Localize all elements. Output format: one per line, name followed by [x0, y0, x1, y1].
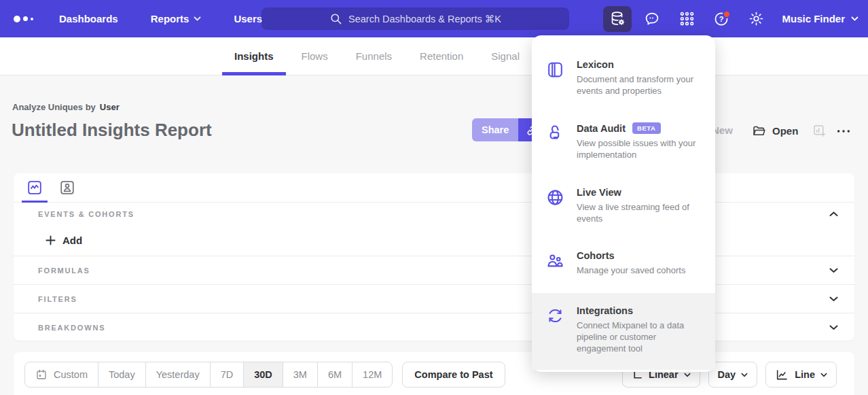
settings-button[interactable]: [742, 6, 770, 32]
nav-dashboards[interactable]: Dashboards: [59, 13, 118, 24]
project-switcher[interactable]: Music Finder: [782, 13, 858, 24]
sync-icon: [545, 305, 566, 354]
range-label: Today: [109, 369, 135, 380]
help-button[interactable]: ?: [707, 6, 736, 32]
menu-item-description: Manage your saved cohorts: [577, 264, 685, 276]
chart-type-value: Line: [795, 369, 815, 380]
top-navigation: Dashboards Reports Users Search Dashboar…: [0, 0, 868, 37]
compare-label: Compare to Past: [414, 369, 492, 380]
section-label: BREAKDOWNS: [38, 324, 105, 332]
menu-item-cohorts[interactable]: Cohorts Manage your saved cohorts: [532, 241, 715, 285]
more-options-button[interactable]: [836, 126, 851, 137]
range-6m[interactable]: 6M: [317, 362, 352, 387]
range-7d[interactable]: 7D: [210, 362, 244, 387]
menu-item-title: Live View: [577, 187, 621, 198]
interval-dropdown[interactable]: Day: [708, 362, 758, 388]
chevron-down-icon: [741, 373, 748, 377]
chevron-down-icon[interactable]: [829, 325, 838, 330]
settings-gear-icon: [748, 11, 764, 27]
insights-chart-icon: [26, 179, 43, 196]
date-range-selector: Custom Today Yesterday 7D 30D 3M 6M 12M: [24, 362, 393, 388]
menu-item-description: Connect Mixpanel to a data pipeline or c…: [577, 320, 698, 354]
mixpanel-logo[interactable]: [14, 16, 33, 22]
range-12m[interactable]: 12M: [352, 362, 392, 387]
interval-value: Day: [718, 369, 736, 380]
menu-item-title: Lexicon: [577, 59, 614, 70]
add-event-button[interactable]: Add: [14, 225, 854, 256]
menu-item-lexicon[interactable]: Lexicon Document and transform your even…: [532, 50, 715, 105]
menu-item-description: View possible issues with your implement…: [577, 137, 698, 160]
nav-dashboards-label: Dashboards: [59, 13, 118, 24]
tab-retention[interactable]: Retention: [408, 37, 475, 75]
chevron-down-icon: [684, 373, 691, 377]
tab-flows[interactable]: Flows: [289, 37, 340, 75]
analyze-entity[interactable]: User: [100, 102, 120, 112]
user-profile-icon: [59, 179, 75, 196]
chart-footer-bar: Custom Today Yesterday 7D 30D 3M 6M 12M …: [14, 352, 854, 395]
search-placeholder: Search Dashboards & Reports ⌘K: [348, 14, 501, 24]
section-label: EVENTS & COHORTS: [38, 210, 134, 218]
chart-type-dropdown[interactable]: Line: [765, 362, 837, 388]
range-label: Yesterday: [156, 369, 200, 380]
nav-users[interactable]: Users: [234, 13, 262, 24]
range-custom[interactable]: Custom: [25, 362, 98, 387]
beta-badge: BETA: [632, 122, 661, 134]
data-management-button[interactable]: [603, 6, 632, 32]
menu-item-integrations[interactable]: Integrations Connect Mixpanel to a data …: [532, 293, 715, 369]
data-management-icon: [609, 10, 626, 27]
add-label: Add: [62, 235, 82, 246]
section-breakdowns[interactable]: BREAKDOWNS: [14, 313, 854, 341]
section-formulas[interactable]: FORMULAS: [14, 256, 854, 285]
tab-insights[interactable]: Insights: [222, 37, 286, 75]
search-icon: [329, 12, 342, 25]
chevron-up-icon[interactable]: [829, 211, 838, 217]
nav-reports[interactable]: Reports: [151, 13, 202, 24]
chevron-down-icon: [194, 16, 201, 21]
report-tabbar: Insights Flows Funnels Retention Signal …: [0, 37, 868, 75]
range-label: 30D: [254, 369, 272, 380]
range-label: 7D: [221, 369, 234, 380]
calendar-icon: [35, 368, 48, 381]
add-to-board-icon[interactable]: [812, 124, 827, 138]
section-label: FILTERS: [38, 295, 77, 303]
menu-item-title: Data Audit: [577, 123, 626, 134]
range-30d[interactable]: 30D: [243, 362, 283, 387]
folder-icon: [752, 124, 766, 138]
nav-users-label: Users: [234, 13, 262, 24]
open-label: Open: [772, 125, 798, 137]
tab-profiles-mode[interactable]: [58, 179, 76, 196]
section-events-cohorts[interactable]: EVENTS & COHORTS: [14, 203, 854, 225]
range-label: Custom: [54, 369, 88, 380]
compare-to-past-button[interactable]: Compare to Past: [402, 362, 505, 388]
tab-funnels[interactable]: Funnels: [344, 37, 404, 75]
lock-icon: [545, 122, 566, 160]
feedback-chat-icon: [644, 11, 660, 27]
range-yesterday[interactable]: Yesterday: [145, 362, 210, 387]
data-management-menu: Lexicon Document and transform your even…: [532, 35, 715, 372]
globe-icon: [545, 187, 566, 224]
people-icon: [545, 250, 566, 276]
open-report-button[interactable]: Open: [752, 124, 798, 138]
share-button[interactable]: Share: [472, 118, 518, 141]
feedback-button[interactable]: [638, 6, 666, 32]
apps-grid-button[interactable]: [672, 6, 701, 32]
chevron-down-icon: [820, 373, 827, 377]
search-input[interactable]: Search Dashboards & Reports ⌘K: [261, 7, 569, 30]
chevron-down-icon[interactable]: [829, 268, 838, 273]
analyze-prefix: Analyze Uniques by: [12, 102, 96, 112]
apps-grid-icon: [679, 11, 695, 27]
section-filters[interactable]: FILTERS: [14, 285, 854, 313]
query-mode-tabs: [14, 173, 854, 203]
menu-item-live-view[interactable]: Live View View a live streaming feed of …: [532, 178, 715, 233]
menu-item-data-audit[interactable]: Data Audit BETA View possible issues wit…: [532, 114, 715, 169]
tab-events-mode[interactable]: [26, 179, 43, 196]
range-3m[interactable]: 3M: [283, 362, 317, 387]
menu-item-title: Integrations: [577, 305, 633, 316]
plus-icon: [46, 235, 56, 245]
range-today[interactable]: Today: [98, 362, 145, 387]
section-label: FORMULAS: [38, 267, 90, 275]
chevron-down-icon[interactable]: [829, 296, 838, 302]
page-title[interactable]: Untitled Insights Report: [12, 120, 212, 141]
tab-signal[interactable]: Signal: [479, 37, 532, 75]
range-label: 6M: [328, 369, 342, 380]
